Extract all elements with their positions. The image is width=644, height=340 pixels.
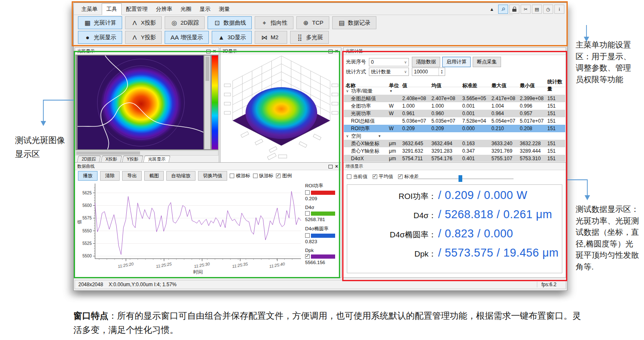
history-icon[interactable]: ◷ [543,5,553,14]
panel-titlebar: 光斑显示 × [75,48,219,55]
checkbox[interactable] [347,174,351,179]
curve-button-截图[interactable]: 截图 [144,171,164,181]
stat-count-spinner[interactable]: 10000 ▲▼ [412,68,445,76]
curve-button-导出[interactable]: 导出 [122,171,142,181]
tab-Y投影[interactable]: Y投影 [122,156,144,163]
tool-button-增强显示[interactable]: AA增强显示 [165,31,209,44]
slider-handle[interactable] [459,175,462,182]
menu-item-工具[interactable]: 工具 [102,3,122,15]
caption-title: 窗口特点 [73,311,108,320]
table-row-D4σX[interactable]: D4σXμm5754.7115754.1760.4015755.1075753.… [344,155,565,162]
tool-button-光斑显示[interactable]: ●光斑显示 [78,31,122,44]
calc-button-启用计算[interactable]: 启用计算 [442,57,471,67]
legend-checkbox[interactable] [305,211,310,216]
vertical-scrollbar[interactable] [204,55,210,149]
legend-color-bar [311,191,335,195]
menu-item-分辨率[interactable]: 分辨率 [152,4,176,15]
checkbox[interactable] [253,174,258,178]
surface-3d-panel: 3D显示 × [220,47,341,163]
annotation-right-label-2: 测试数据显示区：光斑功率、光斑测试数据（坐标，直径,椭圆度等）光斑平顶均匀性发散… [576,204,639,272]
table-row-光斑功率[interactable]: 光斑功率W0.9610.9600.0010.9640.957151 [344,110,565,117]
tool-button-指向性[interactable]: ⌖指向性 [255,16,293,29]
table-row-质心Y轴坐标[interactable]: 质心Y轴坐标μm3291.6323291.2830.3473291.769328… [344,147,565,155]
float-icon[interactable] [206,50,210,53]
filter-dropdown-icon[interactable]: ▼ [378,134,381,138]
tool-button-Y投影[interactable]: ΛY投影 [125,31,162,44]
font-size-slider[interactable] [413,175,514,182]
curve-button-切换均值[interactable]: 切换均值 [198,171,227,181]
3d-display-icon: ▲ [218,34,225,41]
table-row-ROI功率[interactable]: ROI功率W0.2090.2090.0000.2100.208151 [344,125,565,132]
curve-button-播放[interactable]: 播放 [78,171,98,181]
tool-button-M2[interactable]: ⋈M2 [255,31,287,44]
tab-光斑显示[interactable]: 光斑显示 [143,156,171,163]
svg-text:值: 值 [77,220,82,224]
float-icon[interactable] [328,165,333,169]
tool-button-多光斑[interactable]: ⣿多光斑 [290,31,329,44]
menu-item-光圈[interactable]: 光圈 [176,4,195,15]
table-row-ROI总幅值[interactable]: ROI总幅值5.036e+075.035e+077.528e+045.054e+… [344,117,565,125]
close-icon[interactable]: × [212,49,217,53]
info-icon[interactable]: i [554,5,564,14]
scrollbar-thumb[interactable] [76,151,140,155]
checkbox[interactable] [373,174,377,179]
tool-button-TCP[interactable]: ⊕TCP [296,16,329,29]
menu-item-主菜单[interactable]: 主菜单 [77,4,102,15]
legend-checkbox[interactable] [305,233,310,238]
checkbox[interactable] [230,174,234,178]
3d-plot-area[interactable] [221,55,341,162]
curve-checkbox-横游标[interactable]: 横游标 [230,173,251,179]
tool-button-数据记录[interactable]: ▤数据记录 [332,16,376,29]
save-icon[interactable]: ▤ [532,5,542,14]
calc-button-断点采集[interactable]: 断点采集 [473,57,501,67]
tool-button-数据曲线[interactable]: ⊡数据曲线 [208,16,252,29]
close-icon[interactable]: × [334,164,339,169]
table-row-质心X轴坐标[interactable]: 质心X轴坐标μm3632.6453632.4940.1633633.240363… [344,140,565,147]
table-row-全图功率[interactable]: 全图功率W1.0001.0000.0011.0040.996151 [344,102,565,110]
legend-checkbox[interactable] [305,190,310,195]
table-group-功率/能量[interactable]: ∨功率/能量▼ [344,87,565,95]
spinner-arrows-icon[interactable]: ▲▼ [439,68,445,76]
menu-item-显示[interactable]: 显示 [195,4,215,15]
beam-image[interactable] [78,55,203,149]
panel-title: 光斑显示 [77,48,95,54]
checkbox[interactable] [398,174,403,179]
tab-X投影[interactable]: X投影 [101,156,123,163]
filter-dropdown-icon[interactable]: ▼ [389,89,393,93]
tab-2D跟踪[interactable]: 2D跟踪 [77,156,101,163]
curve-checkbox-纵游标[interactable]: 纵游标 [253,173,274,179]
curve-toolbar: 播放清除导出截图自动缩放切换均值横游标纵游标图例 [76,171,340,181]
collapse-icon[interactable]: ▲ [487,5,497,14]
tool-button-X投影[interactable]: ΛX投影 [125,16,162,29]
table-group-空间[interactable]: ∨空间▼ [344,132,565,140]
legend-checkbox[interactable] [305,254,310,259]
curve-checkbox-图例[interactable]: 图例 [276,173,292,179]
stat-mode-select[interactable]: 统计数量 ∨ [369,68,409,76]
tool-button-2D跟踪[interactable]: ◎2D跟踪 [165,16,205,29]
checkbox[interactable] [276,174,281,178]
data-curve-panel: 数据曲线 × 播放清除导出截图自动缩放切换均值横游标纵游标图例 55005525… [75,162,341,278]
enhanced-checkbox-当前值[interactable]: 当前值 [347,174,368,180]
close-icon[interactable]: × [334,49,339,53]
enhanced-checkbox-平均值[interactable]: 平均值 [373,174,393,180]
expander-icon[interactable]: ∨ [346,134,349,138]
lock-icon[interactable] [509,5,519,14]
scissors-icon[interactable]: ✂ [521,5,531,14]
svg-text:11:25:25: 11:25:25 [155,262,172,269]
curve-button-清除[interactable]: 清除 [100,171,120,181]
pin-icon[interactable]: ⚲ [498,5,508,14]
beam-display-icon: ● [84,34,91,41]
float-icon[interactable] [328,50,333,53]
menu-item-测量[interactable]: 测量 [215,4,234,15]
tool-button-3D显示[interactable]: ▲3D显示 [212,31,252,44]
scrollbar-thumb[interactable] [205,57,209,81]
horizontal-scrollbar[interactable] [75,151,218,156]
curve-button-自动缩放[interactable]: 自动缩放 [166,171,195,181]
calc-button-清除数据[interactable]: 清除数据 [412,57,440,67]
menu-item-配置管理[interactable]: 配置管理 [122,4,152,15]
tool-button-光斑计算[interactable]: ▦光斑计算 [78,16,122,29]
table-row-全图总幅值[interactable]: 全图总幅值2.408e+082.407e+083.565e+052.417e+0… [344,95,565,102]
curve-chart[interactable]: 55005525555055755600562511:25:2011:25:25… [76,181,304,275]
expander-icon[interactable]: ∨ [346,89,349,93]
spot-seq-select[interactable]: 0 ∨ [369,58,409,66]
